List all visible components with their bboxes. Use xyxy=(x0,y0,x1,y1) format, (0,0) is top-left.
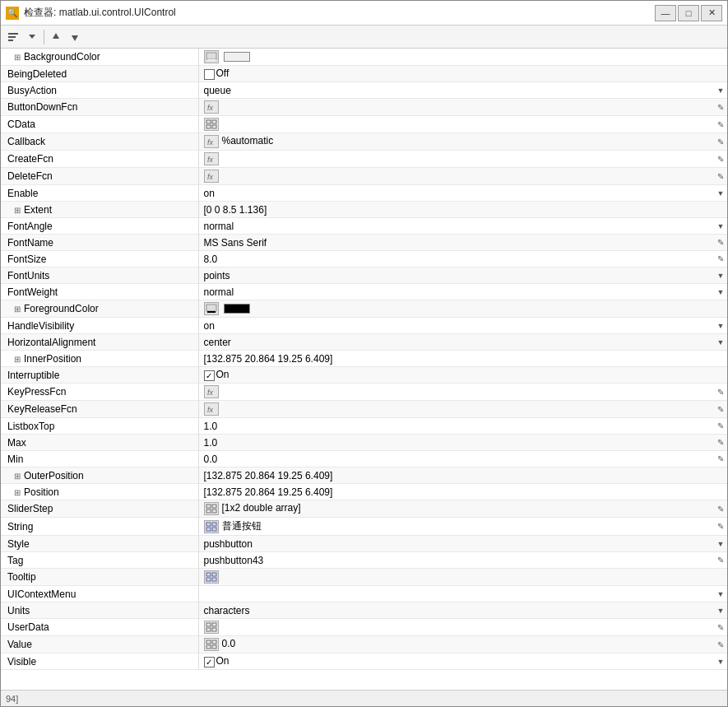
edit-arrow[interactable]: ✎ xyxy=(714,552,727,568)
table-row[interactable]: String 普通按钮✎ xyxy=(1,518,727,536)
toolbar-sort-button[interactable] xyxy=(4,28,22,46)
table-row[interactable]: CData ✎ xyxy=(1,116,727,133)
grid2-icon[interactable] xyxy=(204,570,219,584)
edit-arrow[interactable]: ✎ xyxy=(714,133,727,150)
table-row[interactable]: ListboxTop1.0✎ xyxy=(1,418,727,435)
prop-value-cell: characters▼ xyxy=(198,602,727,619)
checkbox[interactable] xyxy=(204,69,215,80)
checkbox[interactable]: ✓ xyxy=(204,370,215,381)
edit-arrow[interactable]: ✎ xyxy=(714,116,727,133)
table-row[interactable]: ⊞BackgroundColor xyxy=(1,49,727,66)
expand-icon[interactable]: ⊞ xyxy=(14,53,22,62)
table-row[interactable]: ButtonDownFcn fx ✎ xyxy=(1,99,727,116)
table-row[interactable]: ⊞InnerPosition[132.875 20.864 19.25 6.40… xyxy=(1,351,727,367)
expand-icon[interactable]: ⊞ xyxy=(14,305,22,314)
func-icon[interactable]: fx xyxy=(204,170,219,183)
svg-rect-21 xyxy=(212,505,216,508)
color-swatch xyxy=(224,304,250,314)
table-row[interactable]: Visible✓On▼ xyxy=(1,654,727,670)
grid2-icon[interactable] xyxy=(204,520,219,533)
toolbar-up-button[interactable] xyxy=(47,28,65,46)
dropdown-arrow[interactable]: ▼ xyxy=(714,284,727,300)
paint-icon[interactable] xyxy=(204,302,219,315)
edit-arrow[interactable]: ✎ xyxy=(714,518,727,535)
edit-arrow[interactable]: ✎ xyxy=(714,451,727,467)
grid-icon[interactable] xyxy=(204,502,219,515)
edit-arrow[interactable]: ✎ xyxy=(714,251,727,267)
func-icon[interactable]: fx xyxy=(204,385,219,398)
func-icon[interactable]: fx xyxy=(204,152,219,165)
expand-icon[interactable]: ⊞ xyxy=(14,206,22,215)
table-row[interactable]: HandleVisibilityon▼ xyxy=(1,318,727,334)
edit-arrow[interactable]: ✎ xyxy=(714,168,727,184)
close-button[interactable]: ✕ xyxy=(701,5,722,21)
prop-name-cell: Visible xyxy=(1,654,198,670)
expand-icon[interactable]: ⊞ xyxy=(14,355,22,364)
dropdown-arrow[interactable]: ▼ xyxy=(714,654,727,669)
table-row[interactable]: HorizontalAlignmentcenter▼ xyxy=(1,334,727,351)
table-row[interactable]: UserData ✎ xyxy=(1,619,727,636)
dropdown-arrow[interactable]: ▼ xyxy=(714,82,727,98)
table-row[interactable]: BusyActionqueue▼ xyxy=(1,82,727,99)
edit-arrow[interactable]: ✎ xyxy=(714,435,727,450)
toolbar-expand-button[interactable] xyxy=(23,28,41,46)
table-row[interactable]: FontAnglenormal▼ xyxy=(1,218,727,235)
table-row[interactable]: FontNameMS Sans Serif✎ xyxy=(1,235,727,251)
edit-arrow[interactable]: ✎ xyxy=(714,636,727,653)
grid-icon[interactable] xyxy=(204,638,219,651)
table-row[interactable]: SliderStep [1x2 double array]✎ xyxy=(1,500,727,518)
table-row[interactable]: BeingDeletedOff xyxy=(1,66,727,82)
dropdown-arrow[interactable]: ▼ xyxy=(714,185,727,201)
table-row[interactable]: Interruptible✓On xyxy=(1,367,727,384)
minimize-button[interactable]: — xyxy=(655,5,676,21)
table-row[interactable]: Tooltip xyxy=(1,569,727,586)
table-row[interactable]: KeyReleaseFcn fx ✎ xyxy=(1,401,727,418)
table-row[interactable]: UIContextMenu▼ xyxy=(1,586,727,602)
paint-icon[interactable] xyxy=(204,50,219,63)
table-row[interactable]: CreateFcn fx ✎ xyxy=(1,151,727,168)
maximize-button[interactable]: □ xyxy=(678,5,699,21)
func-icon[interactable]: fx xyxy=(204,100,219,114)
dropdown-arrow[interactable]: ▼ xyxy=(714,318,727,333)
table-row[interactable]: ⊞Position[132.875 20.864 19.25 6.409] xyxy=(1,484,727,500)
func-icon[interactable]: fx xyxy=(204,135,219,148)
dropdown-arrow[interactable]: ▼ xyxy=(714,267,727,283)
table-row[interactable]: Stylepushbutton▼ xyxy=(1,536,727,552)
edit-arrow[interactable]: ✎ xyxy=(714,500,727,517)
edit-arrow[interactable]: ✎ xyxy=(714,401,727,417)
prop-name-label: FontAngle xyxy=(7,221,53,232)
table-row[interactable]: Min0.0✎ xyxy=(1,451,727,467)
table-row[interactable]: FontWeightnormal▼ xyxy=(1,284,727,300)
table-row[interactable]: Value 0.0✎ xyxy=(1,636,727,654)
table-row[interactable]: ⊞Extent[0 0 8.5 1.136] xyxy=(1,202,727,218)
grid-icon[interactable] xyxy=(204,621,219,634)
table-row[interactable]: FontSize8.0✎ xyxy=(1,251,727,267)
dropdown-arrow[interactable]: ▼ xyxy=(714,602,727,618)
checkbox[interactable]: ✓ xyxy=(204,657,215,667)
dropdown-arrow[interactable]: ▼ xyxy=(714,334,727,350)
table-row[interactable]: Unitscharacters▼ xyxy=(1,602,727,619)
table-row[interactable]: KeyPressFcn fx ✎ xyxy=(1,384,727,401)
edit-arrow[interactable]: ✎ xyxy=(714,151,727,167)
dropdown-arrow[interactable]: ▼ xyxy=(714,218,727,234)
table-row[interactable]: DeleteFcn fx ✎ xyxy=(1,168,727,185)
edit-arrow[interactable]: ✎ xyxy=(714,99,727,115)
func-icon[interactable]: fx xyxy=(204,402,219,416)
edit-arrow[interactable]: ✎ xyxy=(714,418,727,434)
table-row[interactable]: Tagpushbutton43✎ xyxy=(1,552,727,569)
grid-icon[interactable] xyxy=(204,118,219,131)
toolbar-down-button[interactable] xyxy=(66,28,84,46)
expand-icon[interactable]: ⊞ xyxy=(14,488,22,497)
expand-icon[interactable]: ⊞ xyxy=(14,472,22,481)
dropdown-arrow[interactable]: ▼ xyxy=(714,536,727,551)
table-row[interactable]: Enableon▼ xyxy=(1,185,727,202)
edit-arrow[interactable]: ✎ xyxy=(714,384,727,400)
table-row[interactable]: FontUnitspoints▼ xyxy=(1,267,727,284)
table-row[interactable]: Callback fx %automatic✎ xyxy=(1,133,727,151)
dropdown-arrow[interactable]: ▼ xyxy=(714,586,727,602)
table-row[interactable]: Max1.0✎ xyxy=(1,435,727,451)
table-row[interactable]: ⊞ForegroundColor xyxy=(1,300,727,318)
edit-arrow[interactable]: ✎ xyxy=(714,619,727,635)
edit-arrow[interactable]: ✎ xyxy=(714,235,727,250)
table-row[interactable]: ⊞OuterPosition[132.875 20.864 19.25 6.40… xyxy=(1,467,727,484)
